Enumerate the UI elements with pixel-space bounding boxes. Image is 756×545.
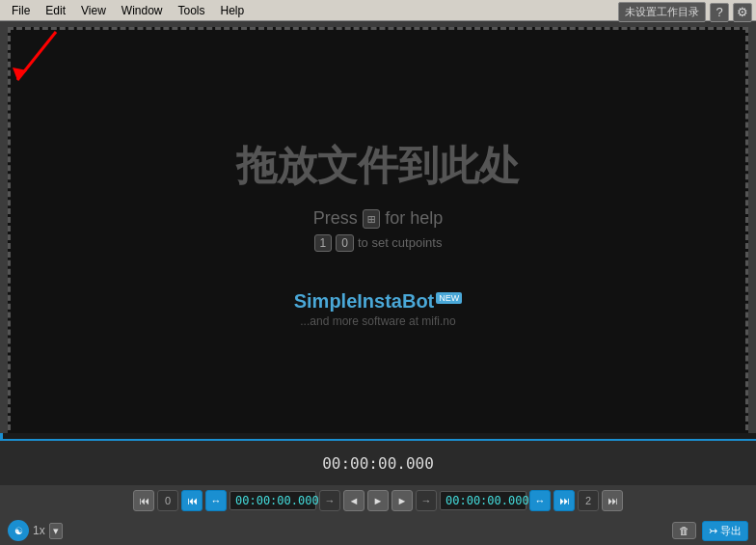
menu-help[interactable]: Help — [213, 2, 253, 19]
brand-area: SimpleInstaBotNEW ...and more software a… — [294, 290, 463, 328]
menu-edit[interactable]: Edit — [38, 2, 73, 19]
timeline-area: 00:00:00.000 — [0, 439, 756, 485]
speed-dropdown[interactable]: ▾ — [49, 523, 63, 539]
cutpoints-row: 1 0 to set cutpoints — [314, 234, 443, 252]
help-button[interactable]: ? — [710, 3, 729, 22]
bottom-bar: ☯ 1x ▾ 🗑 ↣ 导出 — [0, 516, 756, 545]
link-out-arrow[interactable]: → — [416, 490, 437, 511]
drop-main-text: 拖放文件到此处 — [236, 139, 520, 193]
time-in-display: 00:00:00.000 — [230, 491, 316, 510]
skip-end-button[interactable]: ⏭ — [602, 490, 623, 511]
menu-window[interactable]: Window — [114, 2, 171, 19]
skip-start-button[interactable]: ⏮ — [133, 490, 154, 511]
step-back-button[interactable]: ◄ — [343, 490, 364, 511]
top-right-area: 未设置工作目录 ? ⚙ — [618, 2, 752, 22]
trash-icon: 🗑 — [679, 525, 689, 536]
counter-zero: 0 — [157, 490, 178, 511]
drop-area: 拖放文件到此处 Press ⊞ for help 1 0 to set cutp… — [8, 27, 748, 439]
timeline-time-display: 00:00:00.000 — [322, 454, 434, 473]
keyboard-icon: ⊞ — [363, 209, 380, 229]
time-out-display: 00:00:00.000 — [440, 491, 526, 510]
menu-tools[interactable]: Tools — [171, 2, 213, 19]
export-label: 导出 — [720, 524, 742, 538]
drop-press-help: Press ⊞ for help — [313, 208, 444, 229]
brand-sub: ...and more software at mifi.no — [300, 314, 455, 328]
menu-bar: File Edit View Window Tools Help 未设置工作目录… — [0, 0, 756, 21]
yin-yang-icon: ☯ — [8, 520, 29, 541]
prev-keyframe-button[interactable]: ⏮ — [181, 490, 202, 511]
right-actions: 🗑 ↣ 导出 — [672, 521, 748, 541]
export-icon: ↣ — [709, 525, 717, 537]
speed-area: ☯ 1x ▾ — [8, 520, 63, 541]
menu-view[interactable]: View — [73, 2, 114, 19]
next-keyframe-button[interactable]: ⏭ — [554, 490, 575, 511]
speed-label: 1x — [33, 524, 45, 537]
workspace-button[interactable]: 未设置工作目录 — [618, 2, 706, 22]
play-button[interactable]: ► — [367, 490, 389, 511]
link-arrow[interactable]: → — [319, 490, 340, 511]
menu-file[interactable]: File — [4, 2, 38, 19]
settings-button[interactable]: ⚙ — [733, 3, 752, 22]
link-in-button[interactable]: ↔ — [205, 490, 227, 511]
export-button[interactable]: ↣ 导出 — [702, 521, 748, 541]
counter-two: 2 — [578, 490, 599, 511]
delete-button[interactable]: 🗑 — [672, 522, 696, 539]
link-out-button[interactable]: ↔ — [529, 490, 551, 511]
transport-bar: ⏮ 0 ⏮ ↔ 00:00:00.000 → ◄ ► ► → 00:00:00.… — [0, 485, 756, 516]
brand-name: SimpleInstaBotNEW — [294, 290, 463, 313]
step-fwd-button[interactable]: ► — [392, 490, 413, 511]
